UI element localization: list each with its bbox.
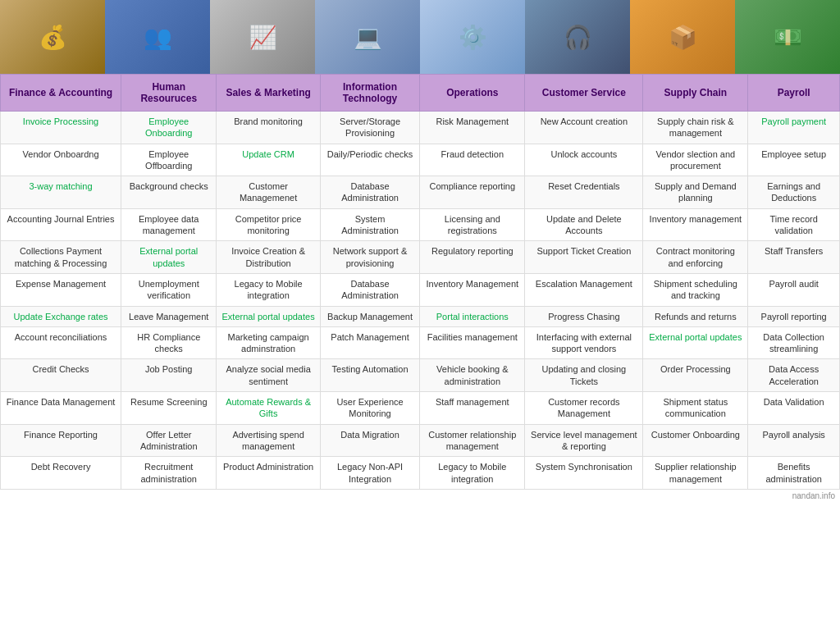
green-text: External portal updates (222, 312, 315, 322)
table-cell-3-5: Update and Delete Accounts (525, 208, 643, 241)
table-cell-4-2: Invoice Creation & Distribution (217, 241, 320, 274)
table-cell-9-5: Customer records Management (525, 392, 643, 425)
table-cell-0-6: Supply chain risk & management (643, 112, 748, 144)
column-header-6: Supply Chain (643, 75, 748, 112)
table-row: Credit ChecksJob PostingAnalyze social m… (1, 359, 840, 392)
table-cell-4-7: Staff Transfers (748, 241, 840, 274)
table-cell-2-7: Earnings and Deductions (748, 176, 840, 209)
table-cell-5-4: Inventory Management (420, 273, 525, 306)
table-cell-6-2: External portal updates (217, 306, 320, 326)
table-row: Account reconciliationsHR Compliance che… (1, 326, 840, 359)
table-cell-0-7: Payroll payment (748, 112, 840, 144)
table-cell-11-1: Recruitment administration (121, 457, 217, 490)
table-cell-5-1: Unemployment verification (121, 273, 217, 306)
green-text: Payroll payment (761, 116, 826, 126)
table-cell-1-6: Vendor slection and procurement (643, 144, 748, 176)
column-header-1: Human Resouruces (121, 75, 217, 112)
table-cell-10-6: Customer Onboarding (643, 424, 748, 457)
table-cell-10-2: Advertising spend management (217, 424, 320, 457)
table-row: Collections Payment matching & Processin… (1, 241, 840, 274)
table-cell-6-1: Leave Management (121, 306, 217, 326)
column-header-4: Operations (420, 75, 525, 112)
table-row: Vendor OnboardngEmployee OffboardingUpda… (1, 144, 840, 176)
table-cell-4-0: Collections Payment matching & Processin… (1, 241, 121, 274)
green-text: Update Exchange rates (14, 312, 108, 322)
table-cell-8-1: Job Posting (121, 359, 217, 392)
table-cell-5-5: Escalation Management (525, 273, 643, 306)
table-cell-10-7: Payroll analysis (748, 424, 840, 457)
green-text: 3-way matching (30, 181, 93, 191)
green-text: Update CRM (242, 149, 294, 159)
table-cell-9-7: Data Validation (748, 392, 840, 425)
table-cell-8-0: Credit Checks (1, 359, 121, 392)
table-cell-7-1: HR Compliance checks (121, 326, 217, 359)
table-cell-0-3: Server/Storage Provisioning (320, 112, 419, 144)
table-row: Finance ReportingOffer Letter Administra… (1, 424, 840, 457)
table-cell-4-3: Network support & provisioning (320, 241, 419, 274)
table-cell-7-6: External portal updates (643, 326, 748, 359)
table-cell-10-5: Service level management & reporting (525, 424, 643, 457)
table-body: Invoice ProcessingEmployee OnboardingBra… (1, 112, 840, 490)
table-row: Expense ManagementUnemployment verificat… (1, 273, 840, 306)
table-cell-10-0: Finance Reporting (1, 424, 121, 457)
table-cell-5-7: Payroll audit (748, 273, 840, 306)
table-cell-1-7: Employee setup (748, 144, 840, 176)
hero-cell-customer-service: 🎧 (525, 0, 630, 74)
table-cell-9-4: Staff management (420, 392, 525, 425)
table-cell-4-6: Contract monitoring and enforcing (643, 241, 748, 274)
table-cell-9-6: Shipment status communication (643, 392, 748, 425)
table-cell-10-3: Data Migration (320, 424, 419, 457)
green-text: Employee Onboarding (145, 116, 193, 138)
table-cell-11-6: Supplier relationship management (643, 457, 748, 490)
hero-cell-finance: 💰 (0, 0, 105, 74)
hero-cell-hr: 👥 (105, 0, 210, 74)
table-cell-6-6: Refunds and returns (643, 306, 748, 326)
table-cell-11-2: Product Administration (217, 457, 320, 490)
table-row: Finance Data ManagementResume ScreeningA… (1, 392, 840, 425)
table-cell-7-3: Patch Management (320, 326, 419, 359)
table-cell-5-3: Database Administration (320, 273, 419, 306)
table-cell-0-2: Brand monitoring (217, 112, 320, 144)
table-cell-11-7: Benefits administration (748, 457, 840, 490)
table-cell-6-3: Backup Management (320, 306, 419, 326)
column-header-2: Sales & Marketing (217, 75, 320, 112)
table-cell-1-4: Fraud detection (420, 144, 525, 176)
table-cell-7-5: Interfacing with external support vendor… (525, 326, 643, 359)
table-cell-9-1: Resume Screening (121, 392, 217, 425)
table-cell-2-4: Compliance reporting (420, 176, 525, 209)
main-table: Finance & AccountingHuman ResourucesSale… (0, 74, 840, 490)
table-cell-6-5: Progress Chasing (525, 306, 643, 326)
table-cell-9-0: Finance Data Management (1, 392, 121, 425)
hero-row: 💰👥📈💻⚙️🎧📦💵 (0, 0, 840, 74)
hero-cell-it: 💻 (315, 0, 420, 74)
table-cell-8-7: Data Access Acceleration (748, 359, 840, 392)
table-row: 3-way matchingBackground checksCustomer … (1, 176, 840, 209)
column-header-3: Information Technology (320, 75, 419, 112)
hero-cell-payroll: 💵 (735, 0, 840, 74)
table-cell-1-2: Update CRM (217, 144, 320, 176)
table-cell-11-0: Debt Recovery (1, 457, 121, 490)
table-cell-8-4: Vehicle booking & administration (420, 359, 525, 392)
table-cell-8-6: Order Processing (643, 359, 748, 392)
green-text: Automate Rewards & Gifts (226, 397, 311, 418)
table-cell-4-1: External portal updates (121, 241, 217, 274)
table-cell-0-0: Invoice Processing (1, 112, 121, 144)
table-cell-2-6: Supply and Demand planning (643, 176, 748, 209)
table-row: Debt RecoveryRecruitment administrationP… (1, 457, 840, 490)
table-cell-1-5: Unlock accounts (525, 144, 643, 176)
footer-credit: nandan.info (0, 490, 840, 502)
table-cell-3-7: Time record validation (748, 208, 840, 241)
table-cell-3-3: System Administration (320, 208, 419, 241)
column-header-7: Payroll (748, 75, 840, 112)
table-cell-0-5: New Account creation (525, 112, 643, 144)
table-cell-7-4: Facilities management (420, 326, 525, 359)
table-cell-1-1: Employee Offboarding (121, 144, 217, 176)
table-cell-1-3: Daily/Periodic checks (320, 144, 419, 176)
table-cell-7-0: Account reconciliations (1, 326, 121, 359)
table-cell-5-6: Shipment scheduling and tracking (643, 273, 748, 306)
table-cell-6-7: Payroll reporting (748, 306, 840, 326)
table-cell-3-6: Inventory management (643, 208, 748, 241)
table-cell-11-3: Legacy Non-API Integration (320, 457, 419, 490)
table-cell-6-0: Update Exchange rates (1, 306, 121, 326)
page-wrapper: 💰👥📈💻⚙️🎧📦💵 Finance & AccountingHuman Reso… (0, 0, 840, 502)
